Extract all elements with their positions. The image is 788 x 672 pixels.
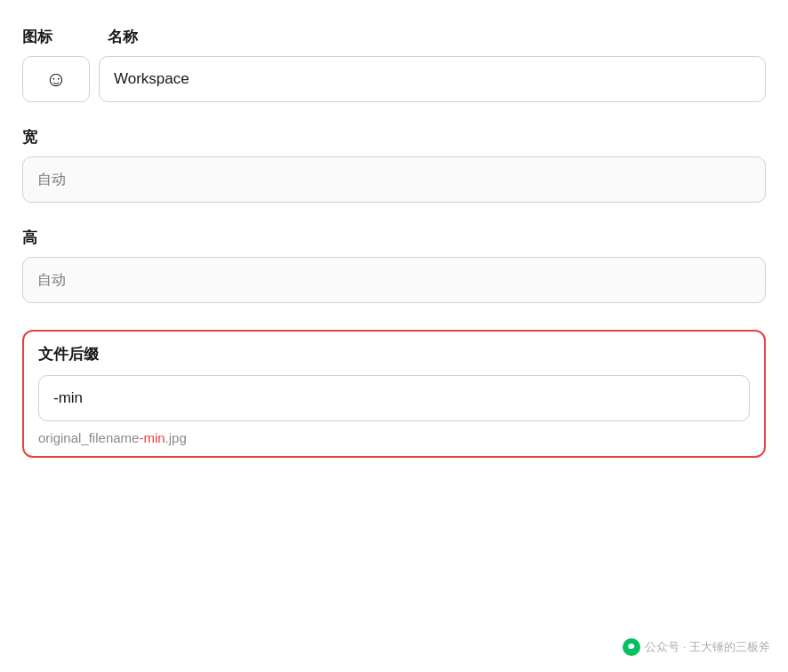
suffix-preview: original_filename-min.jpg — [38, 430, 750, 445]
height-input[interactable] — [22, 257, 766, 303]
preview-ext: .jpg — [165, 430, 187, 445]
height-label: 高 — [22, 228, 766, 248]
watermark-text: 公众号 · 王大锤的三板斧 — [645, 639, 770, 655]
width-input[interactable] — [22, 156, 766, 203]
columns-header: 图标 名称 — [22, 27, 766, 47]
file-suffix-section: 文件后缀 original_filename-min.jpg — [22, 330, 766, 458]
emoji-icon: ☺ — [45, 67, 68, 92]
width-section: 宽 — [22, 127, 766, 203]
watermark: 公众号 · 王大锤的三板斧 — [623, 638, 770, 656]
icon-name-section: ☺ — [22, 56, 766, 102]
width-label: 宽 — [22, 127, 766, 148]
preview-prefix: original_filename — [38, 430, 139, 445]
wechat-icon — [623, 638, 640, 656]
height-section: 高 — [22, 228, 766, 303]
icon-column-header: 图标 — [22, 27, 90, 47]
name-column-header: 名称 — [108, 27, 766, 47]
icon-picker[interactable]: ☺ — [22, 56, 90, 102]
file-suffix-input[interactable] — [38, 375, 750, 421]
file-suffix-label: 文件后缀 — [38, 344, 750, 364]
workspace-name-input[interactable] — [99, 56, 766, 102]
preview-suffix: -min — [139, 430, 165, 445]
